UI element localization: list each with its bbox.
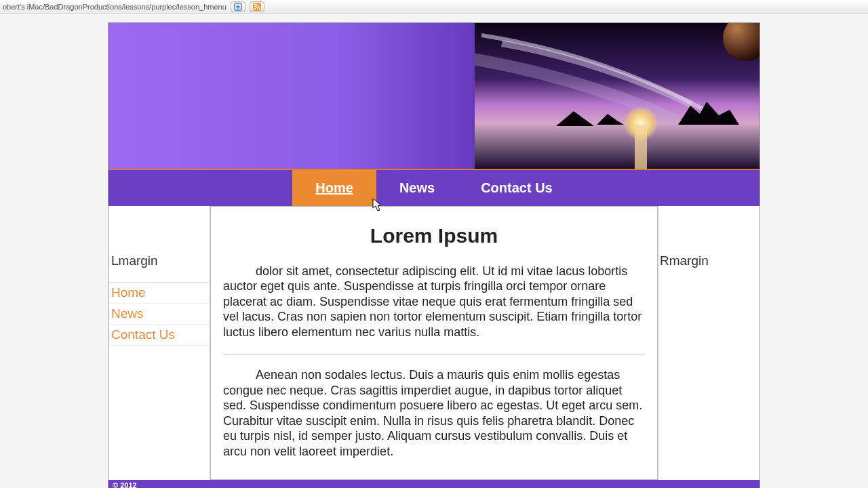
url-path: obert's iMac/BadDragonProductions/lesson… <box>3 3 226 11</box>
page-container: Home News Contact Us Lmargin Home News C… <box>108 22 760 488</box>
header-banner <box>108 23 760 169</box>
reader-icon <box>234 3 242 11</box>
svg-rect-1 <box>253 3 261 11</box>
side-nav: Home News Contact Us <box>108 283 210 346</box>
header-scene <box>475 23 760 169</box>
body-columns: Lmargin Home News Contact Us Lorem Ipsum… <box>108 206 760 480</box>
article-paragraph-2: Aenean non sodales lectus. Duis a mauris… <box>223 367 645 459</box>
nav-contact[interactable]: Contact Us <box>458 170 576 206</box>
browser-toolbar: obert's iMac/BadDragonProductions/lesson… <box>0 0 868 14</box>
article-title: Lorem Ipsum <box>223 223 645 249</box>
left-margin-label: Lmargin <box>108 206 210 282</box>
svg-rect-7 <box>635 125 647 169</box>
article-paragraph-1: dolor sit amet, consectetur adipiscing e… <box>223 264 645 340</box>
right-margin-label: Rmargin <box>658 206 760 282</box>
article-divider <box>223 354 645 355</box>
nav-home[interactable]: Home <box>292 170 376 206</box>
nav-news[interactable]: News <box>376 170 458 206</box>
left-column: Lmargin Home News Contact Us <box>108 206 210 480</box>
footer: © 2012 <box>108 480 760 488</box>
footer-copyright: © 2012 <box>113 481 137 488</box>
side-link-contact[interactable]: Contact Us <box>108 325 210 346</box>
rss-button[interactable] <box>250 1 264 12</box>
right-column: Rmargin <box>658 206 760 480</box>
reader-button[interactable] <box>231 1 245 12</box>
horizontal-nav: Home News Contact Us <box>108 169 760 206</box>
side-link-news[interactable]: News <box>108 304 210 325</box>
svg-rect-4 <box>475 125 760 169</box>
svg-point-2 <box>254 7 256 9</box>
side-link-home[interactable]: Home <box>108 283 210 304</box>
rss-icon <box>253 3 261 11</box>
main-content: Lorem Ipsum dolor sit amet, consectetur … <box>210 206 658 480</box>
